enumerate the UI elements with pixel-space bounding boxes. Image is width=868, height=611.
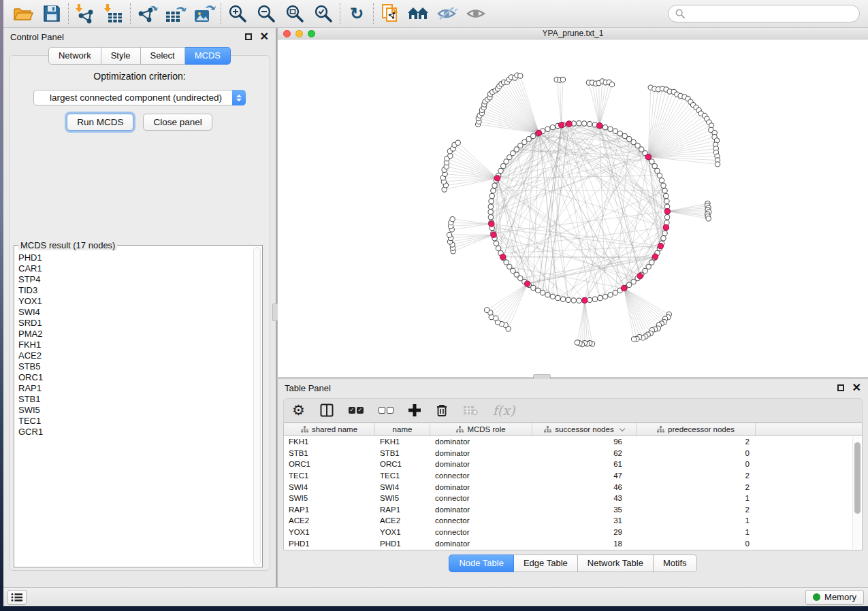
network-node[interactable] <box>657 173 662 178</box>
network-leaf-node[interactable] <box>560 77 565 82</box>
open-folder-icon[interactable] <box>9 2 37 25</box>
network-leaf-node[interactable] <box>484 308 489 312</box>
network-leaf-node[interactable] <box>715 162 720 167</box>
network-node[interactable] <box>602 125 607 129</box>
mcds-hub-node[interactable] <box>536 130 541 135</box>
zoom-fit-icon[interactable] <box>280 2 309 25</box>
mcds-result-item[interactable]: ACE2 <box>17 350 253 361</box>
deselect-all-icon[interactable] <box>379 401 393 420</box>
table-cell[interactable]: 62 <box>532 449 637 457</box>
zoom-selected-icon[interactable] <box>309 2 338 25</box>
table-cell[interactable]: 1 <box>637 528 756 536</box>
network-node[interactable] <box>498 168 503 173</box>
network-node[interactable] <box>602 294 607 299</box>
add-column-icon[interactable] <box>408 401 421 420</box>
network-canvas[interactable] <box>278 39 868 377</box>
table-cell[interactable]: 1 <box>637 494 756 502</box>
optimization-criterion-select[interactable]: largest connected component (undirected) <box>33 90 246 105</box>
refresh-icon[interactable]: ↻ <box>342 2 371 25</box>
network-node[interactable] <box>540 291 545 295</box>
first-neighbors-icon[interactable] <box>404 2 433 25</box>
table-row[interactable]: ACE2ACE2connector311 <box>284 515 862 527</box>
mcds-list-scrollbar[interactable] <box>253 247 261 565</box>
table-cell[interactable]: PHD1 <box>375 540 430 548</box>
network-node[interactable] <box>577 121 581 126</box>
table-cell[interactable]: 43 <box>532 494 637 502</box>
network-node[interactable] <box>598 295 602 300</box>
mcds-hub-node[interactable] <box>524 281 530 286</box>
table-row[interactable]: SWI4SWI4dominator462 <box>284 481 862 493</box>
memory-button[interactable]: Memory <box>805 590 864 605</box>
table-cell[interactable]: SWI5 <box>375 494 430 502</box>
mcds-hub-node[interactable] <box>491 232 496 237</box>
float-panel-icon[interactable] <box>837 384 844 391</box>
network-node[interactable] <box>587 121 592 126</box>
table-cell[interactable]: ACE2 <box>375 516 430 525</box>
network-node[interactable] <box>545 293 550 297</box>
network-node[interactable] <box>662 188 667 193</box>
export-image-icon[interactable] <box>190 2 219 25</box>
show-all-eye-icon[interactable] <box>462 2 490 25</box>
column-header-successor-nodes[interactable]: successor nodes <box>532 423 637 435</box>
mcds-hub-node[interactable] <box>494 176 500 181</box>
mcds-result-item[interactable]: CAR1 <box>17 263 253 274</box>
network-leaf-node[interactable] <box>450 216 455 221</box>
table-cell[interactable]: connector <box>430 516 532 525</box>
mcds-hub-node[interactable] <box>558 122 564 128</box>
network-node[interactable] <box>613 129 617 133</box>
table-cell[interactable]: connector <box>430 494 532 502</box>
network-node[interactable] <box>622 133 627 138</box>
zoom-in-icon[interactable] <box>223 2 252 25</box>
scrollbar-thumb[interactable] <box>854 442 861 514</box>
network-node[interactable] <box>664 215 669 220</box>
network-node[interactable] <box>661 236 666 241</box>
table-row[interactable]: RAP1RAP1dominator352 <box>284 504 862 516</box>
network-leaf-node[interactable] <box>575 340 579 345</box>
network-node[interactable] <box>507 264 512 269</box>
table-row[interactable]: TEC1TEC1connector472 <box>284 470 862 482</box>
table-cell[interactable]: 29 <box>532 528 637 536</box>
network-leaf-node[interactable] <box>447 232 451 237</box>
column-header-predecessor-nodes[interactable]: predecessor nodes <box>637 423 756 435</box>
network-node[interactable] <box>494 241 498 246</box>
network-node[interactable] <box>577 298 581 303</box>
table-cell[interactable]: 61 <box>532 460 637 468</box>
network-node[interactable] <box>504 159 509 164</box>
network-node[interactable] <box>488 215 493 220</box>
network-node[interactable] <box>659 178 664 183</box>
mcds-hub-node[interactable] <box>621 285 626 291</box>
table-cell[interactable]: 2 <box>637 483 756 491</box>
table-cell[interactable]: 0 <box>637 540 756 548</box>
float-panel-icon[interactable] <box>245 33 252 40</box>
network-node[interactable] <box>556 295 560 300</box>
network-node[interactable] <box>627 137 632 142</box>
delete-column-trash-icon[interactable] <box>436 401 448 420</box>
network-node[interactable] <box>526 137 531 142</box>
mcds-result-item[interactable]: YOX1 <box>17 296 253 307</box>
network-node[interactable] <box>550 125 555 129</box>
table-cell[interactable]: YOX1 <box>375 528 430 536</box>
table-row[interactable]: YOX1YOX1connector291 <box>284 527 862 538</box>
network-node[interactable] <box>592 297 597 301</box>
table-cell[interactable]: 2 <box>637 472 756 480</box>
close-panel-button[interactable]: Close panel <box>143 114 212 131</box>
column-header-MCDS-role[interactable]: MCDS role <box>430 423 532 435</box>
table-cell[interactable]: dominator <box>430 540 532 548</box>
table-cell[interactable]: PHD1 <box>284 540 375 548</box>
mcds-hub-node[interactable] <box>489 221 494 227</box>
mcds-result-item[interactable]: GCR1 <box>17 427 253 437</box>
mcds-hub-node[interactable] <box>652 254 658 259</box>
tab-edge-table[interactable]: Edge Table <box>514 555 578 572</box>
filter-chevron-icon[interactable] <box>619 425 624 431</box>
network-node[interactable] <box>582 121 587 126</box>
table-cell[interactable]: 0 <box>637 449 756 457</box>
table-scrollbar[interactable] <box>852 437 861 549</box>
mcds-result-item[interactable]: FKH1 <box>17 340 253 350</box>
tab-mcds[interactable]: MCDS <box>185 47 231 65</box>
mcds-result-item[interactable]: SRD1 <box>17 318 253 329</box>
mcds-result-item[interactable]: TID3 <box>17 285 253 296</box>
table-cell[interactable]: FKH1 <box>375 437 430 446</box>
table-cell[interactable]: 2 <box>637 506 756 514</box>
network-node[interactable] <box>608 127 613 131</box>
mcds-result-item[interactable]: STB5 <box>17 361 253 372</box>
